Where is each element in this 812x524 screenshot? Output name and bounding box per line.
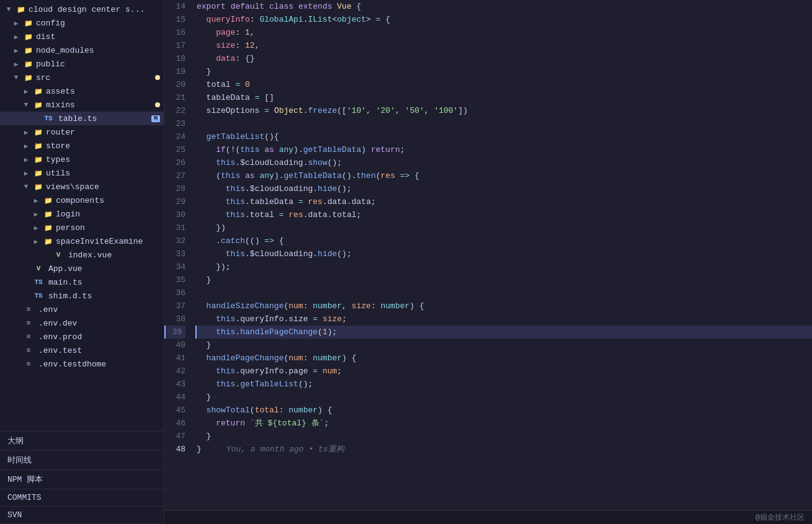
line-num-15: 15 (164, 13, 185, 26)
sidebar-item-label: .env.testdhome (38, 360, 106, 369)
sidebar-item-person[interactable]: ▶ 📁 person (0, 221, 164, 234)
sidebar-item-index-vue[interactable]: V index.vue (0, 248, 164, 262)
chevron-right-icon: ▶ (21, 127, 31, 137)
folder-open-icon: 📁 (24, 73, 33, 82)
sidebar-item-utils[interactable]: ▶ 📁 utils (0, 166, 164, 180)
sidebar-npm-scripts[interactable]: NPM 脚本 (0, 470, 164, 489)
sidebar-item-space-invite-examine[interactable]: ▶ 📁 spaceInviteExamine (0, 234, 164, 248)
line-num-31: 31 (164, 221, 185, 234)
sidebar-item-label: utils (46, 169, 70, 178)
line-num-43: 43 (164, 378, 185, 391)
sidebar-item-env-prod[interactable]: ≡ .env.prod (0, 330, 164, 344)
sidebar-item-login[interactable]: ▶ 📁 login (0, 207, 164, 221)
sidebar-item-node-modules[interactable]: ▶ 📁 node_modules (0, 43, 164, 57)
code-content[interactable]: export default class extends Vue { query… (190, 0, 812, 510)
code-line-33: this.$cloudLoading.hide(); (197, 247, 812, 260)
folder-icon: 📁 (24, 59, 33, 69)
sidebar-item-env[interactable]: ≡ .env (0, 303, 164, 316)
chevron-down-icon: ▼ (11, 73, 21, 82)
line-num-27: 27 (164, 169, 185, 182)
sidebar-item-shim-ts[interactable]: TS shim.d.ts (0, 289, 164, 303)
sidebar-item-main-ts[interactable]: TS main.ts (0, 275, 164, 289)
chevron-down-icon: ▼ (21, 182, 31, 192)
sidebar-item-components[interactable]: ▶ 📁 components (0, 193, 164, 207)
line-num-17: 17 (164, 39, 185, 52)
line-num-16: 16 (164, 26, 185, 39)
sidebar-commits[interactable]: COMMITS (0, 489, 164, 507)
spacer-icon (11, 345, 21, 355)
sidebar: ▼ 📁 cloud design center s... ▶ 📁 config … (0, 0, 164, 524)
line-num-28: 28 (164, 182, 185, 195)
sidebar-item-label: store (46, 141, 70, 151)
sidebar-item-label: .env.test (38, 346, 82, 355)
spacer-icon (11, 359, 21, 369)
line-numbers: 14 15 16 17 18 19 20 21 22 23 24 25 26 2… (164, 0, 190, 510)
sidebar-item-label: .env.dev (38, 319, 77, 328)
sidebar-item-label: components (56, 196, 104, 205)
code-line-45: showTotal(total: number) { (197, 404, 812, 417)
folder-open-icon: 📁 (33, 182, 43, 192)
chevron-right-icon: ▶ (11, 32, 21, 42)
code-line-28: this.$cloudLoading.hide(); (197, 182, 812, 195)
line-num-45: 45 (164, 404, 185, 417)
sidebar-item-mixins[interactable]: ▼ 📁 mixins (0, 98, 164, 112)
line-num-23: 23 (164, 117, 185, 130)
sidebar-item-dist[interactable]: ▶ 📁 dist (0, 30, 164, 43)
sidebar-item-types[interactable]: ▶ 📁 types (0, 153, 164, 166)
code-line-47: } (197, 430, 812, 443)
line-num-40: 40 (164, 339, 185, 352)
sidebar-outline[interactable]: 大纲 (0, 432, 164, 451)
code-line-23 (197, 117, 812, 130)
code-line-18: data: {} (197, 52, 812, 65)
sidebar-item-router[interactable]: ▶ 📁 router (0, 125, 164, 139)
chevron-right-icon: ▶ (31, 223, 41, 233)
code-line-26: this.$cloudLoading.show(); (197, 156, 812, 169)
sidebar-item-env-dev[interactable]: ≡ .env.dev (0, 316, 164, 330)
sidebar-item-label: views\space (46, 182, 99, 192)
folder-icon: 📁 (43, 236, 53, 246)
code-line-31: }) (197, 221, 812, 234)
sidebar-item-label: config (36, 19, 65, 28)
chevron-right-icon: ▶ (31, 236, 41, 246)
code-line-34: }); (197, 260, 812, 273)
sidebar-item-src[interactable]: ▼ 📁 src (0, 71, 164, 84)
line-num-19: 19 (164, 65, 185, 78)
chevron-right-icon: ▶ (11, 45, 21, 55)
folder-icon: 📁 (33, 127, 43, 137)
code-line-22: sizeOptions = Object.freeze(['10', '20',… (197, 104, 812, 117)
line-num-41: 41 (164, 352, 185, 365)
code-line-24: getTableList(){ (197, 130, 812, 143)
sidebar-item-label: src (36, 73, 50, 82)
status-bar: @掘金技术社区 (164, 510, 812, 524)
sidebar-item-env-test[interactable]: ≡ .env.test (0, 344, 164, 357)
sidebar-item-table-ts[interactable]: TS table.ts M (0, 112, 164, 125)
sidebar-item-label: .env (38, 305, 58, 314)
line-num-30: 30 (164, 208, 185, 221)
sidebar-item-assets[interactable]: ▶ 📁 assets (0, 84, 164, 98)
sidebar-item-label: public (36, 60, 65, 69)
sidebar-item-cloud-design[interactable]: ▼ 📁 cloud design center s... (0, 2, 164, 16)
sidebar-item-public[interactable]: ▶ 📁 public (0, 57, 164, 71)
folder-open-icon: 📁 (16, 4, 26, 14)
chevron-right-icon: ▶ (21, 141, 31, 151)
line-num-33: 33 (164, 247, 185, 260)
sidebar-item-views-space[interactable]: ▼ 📁 views\space (0, 180, 164, 193)
code-line-48: }You, a month ago • ts重构 (197, 443, 812, 456)
sidebar-item-config[interactable]: ▶ 📁 config (0, 16, 164, 30)
code-area: 14 15 16 17 18 19 20 21 22 23 24 25 26 2… (164, 0, 812, 510)
sidebar-item-env-testdhome[interactable]: ≡ .env.testdhome (0, 357, 164, 371)
sidebar-timeline[interactable]: 时间线 (0, 451, 164, 470)
sidebar-item-label: index.vue (68, 251, 112, 260)
code-line-35: } (197, 273, 812, 286)
spacer-icon (41, 250, 51, 260)
vue-file-icon: V (33, 264, 43, 273)
spacer-icon (11, 304, 21, 314)
code-line-41: handlePageChange(num: number) { (197, 352, 812, 365)
folder-icon: 📁 (33, 154, 43, 164)
sidebar-svn[interactable]: SVN (0, 507, 164, 524)
sidebar-item-app-vue[interactable]: V App.vue (0, 262, 164, 275)
chevron-down-icon: ▼ (21, 100, 31, 110)
sidebar-item-store[interactable]: ▶ 📁 store (0, 139, 164, 153)
env-file-icon: ≡ (24, 345, 33, 355)
code-line-42: this.queryInfo.page = num; (197, 365, 812, 378)
